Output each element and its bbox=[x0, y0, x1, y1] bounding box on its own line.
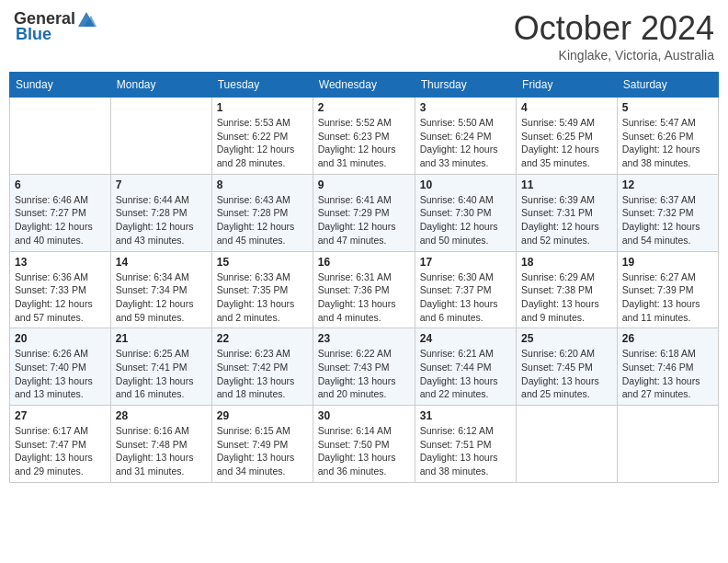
day-number: 9 bbox=[318, 178, 410, 191]
day-detail: Sunrise: 6:21 AMSunset: 7:44 PMDaylight:… bbox=[420, 347, 511, 401]
day-number: 15 bbox=[217, 256, 308, 269]
day-detail: Sunrise: 6:31 AMSunset: 7:36 PMDaylight:… bbox=[318, 270, 410, 325]
day-number: 23 bbox=[318, 332, 410, 345]
day-detail: Sunrise: 6:16 AMSunset: 7:48 PMDaylight:… bbox=[116, 424, 207, 478]
day-number: 12 bbox=[622, 178, 713, 191]
day-detail: Sunrise: 6:41 AMSunset: 7:29 PMDaylight:… bbox=[318, 193, 410, 247]
day-number: 19 bbox=[622, 256, 713, 269]
calendar-cell: 23 Sunrise: 6:22 AMSunset: 7:43 PMDaylig… bbox=[313, 328, 415, 406]
calendar-cell: 25 Sunrise: 6:20 AMSunset: 7:45 PMDaylig… bbox=[517, 328, 618, 406]
calendar-cell: 18 Sunrise: 6:29 AMSunset: 7:38 PMDaylig… bbox=[517, 251, 618, 328]
day-number: 26 bbox=[622, 332, 713, 345]
day-number: 18 bbox=[521, 256, 612, 269]
calendar-cell: 11 Sunrise: 6:39 AMSunset: 7:31 PMDaylig… bbox=[517, 174, 618, 251]
day-header-wednesday: Wednesday bbox=[313, 73, 415, 98]
calendar-cell: 14 Sunrise: 6:34 AMSunset: 7:34 PMDaylig… bbox=[110, 251, 211, 328]
day-number: 10 bbox=[420, 178, 511, 191]
day-number: 25 bbox=[521, 332, 612, 345]
day-number: 14 bbox=[116, 256, 207, 269]
month-title: October 2024 bbox=[514, 9, 714, 48]
calendar-cell: 10 Sunrise: 6:40 AMSunset: 7:30 PMDaylig… bbox=[415, 174, 516, 251]
day-number: 27 bbox=[15, 409, 106, 422]
day-detail: Sunrise: 6:20 AMSunset: 7:45 PMDaylight:… bbox=[521, 347, 612, 401]
day-detail: Sunrise: 6:37 AMSunset: 7:32 PMDaylight:… bbox=[622, 193, 713, 247]
day-number: 28 bbox=[116, 409, 207, 422]
calendar-cell: 26 Sunrise: 6:18 AMSunset: 7:46 PMDaylig… bbox=[617, 328, 718, 406]
calendar-cell: 3 Sunrise: 5:50 AMSunset: 6:24 PMDayligh… bbox=[415, 98, 516, 175]
day-number: 16 bbox=[318, 256, 410, 269]
day-detail: Sunrise: 6:46 AMSunset: 7:27 PMDaylight:… bbox=[15, 193, 106, 247]
calendar-cell: 17 Sunrise: 6:30 AMSunset: 7:37 PMDaylig… bbox=[415, 251, 516, 328]
calendar-cell: 29 Sunrise: 6:15 AMSunset: 7:49 PMDaylig… bbox=[211, 406, 313, 483]
calendar-table: SundayMondayTuesdayWednesdayThursdayFrid… bbox=[9, 72, 719, 483]
day-detail: Sunrise: 5:53 AMSunset: 6:22 PMDaylight:… bbox=[217, 116, 308, 170]
calendar-cell: 9 Sunrise: 6:41 AMSunset: 7:29 PMDayligh… bbox=[313, 174, 415, 251]
day-detail: Sunrise: 6:29 AMSunset: 7:38 PMDaylight:… bbox=[521, 270, 612, 325]
day-number: 11 bbox=[521, 178, 612, 191]
calendar-cell bbox=[10, 98, 111, 175]
day-number: 24 bbox=[420, 332, 511, 345]
day-number: 30 bbox=[318, 409, 410, 422]
calendar-week-row: 1 Sunrise: 5:53 AMSunset: 6:22 PMDayligh… bbox=[10, 98, 719, 175]
day-detail: Sunrise: 6:26 AMSunset: 7:40 PMDaylight:… bbox=[15, 347, 106, 401]
day-detail: Sunrise: 6:23 AMSunset: 7:42 PMDaylight:… bbox=[217, 347, 308, 401]
day-detail: Sunrise: 6:44 AMSunset: 7:28 PMDaylight:… bbox=[116, 193, 207, 247]
location-title: Kinglake, Victoria, Australia bbox=[514, 48, 714, 63]
day-number: 2 bbox=[318, 101, 410, 114]
calendar-cell: 1 Sunrise: 5:53 AMSunset: 6:22 PMDayligh… bbox=[211, 98, 313, 175]
day-number: 17 bbox=[420, 256, 511, 269]
day-detail: Sunrise: 6:30 AMSunset: 7:37 PMDaylight:… bbox=[420, 270, 511, 325]
day-number: 29 bbox=[217, 409, 308, 422]
calendar-cell: 21 Sunrise: 6:25 AMSunset: 7:41 PMDaylig… bbox=[110, 328, 211, 406]
calendar-cell: 7 Sunrise: 6:44 AMSunset: 7:28 PMDayligh… bbox=[110, 174, 211, 251]
day-detail: Sunrise: 5:49 AMSunset: 6:25 PMDaylight:… bbox=[521, 116, 612, 170]
calendar-cell: 15 Sunrise: 6:33 AMSunset: 7:35 PMDaylig… bbox=[211, 251, 313, 328]
day-detail: Sunrise: 6:15 AMSunset: 7:49 PMDaylight:… bbox=[217, 424, 308, 478]
calendar-week-row: 6 Sunrise: 6:46 AMSunset: 7:27 PMDayligh… bbox=[10, 174, 719, 251]
calendar-cell: 24 Sunrise: 6:21 AMSunset: 7:44 PMDaylig… bbox=[415, 328, 516, 406]
day-header-monday: Monday bbox=[110, 73, 211, 98]
calendar-header-row: SundayMondayTuesdayWednesdayThursdayFrid… bbox=[10, 73, 719, 98]
day-number: 13 bbox=[15, 256, 106, 269]
day-number: 3 bbox=[420, 101, 511, 114]
calendar-week-row: 27 Sunrise: 6:17 AMSunset: 7:47 PMDaylig… bbox=[10, 406, 719, 483]
calendar-cell: 16 Sunrise: 6:31 AMSunset: 7:36 PMDaylig… bbox=[313, 251, 415, 328]
calendar-cell: 13 Sunrise: 6:36 AMSunset: 7:33 PMDaylig… bbox=[10, 251, 111, 328]
day-header-sunday: Sunday bbox=[10, 73, 111, 98]
calendar-cell: 30 Sunrise: 6:14 AMSunset: 7:50 PMDaylig… bbox=[313, 406, 415, 483]
day-number: 8 bbox=[217, 178, 308, 191]
calendar-cell: 6 Sunrise: 6:46 AMSunset: 7:27 PMDayligh… bbox=[10, 174, 111, 251]
day-detail: Sunrise: 6:12 AMSunset: 7:51 PMDaylight:… bbox=[420, 424, 511, 478]
day-number: 22 bbox=[217, 332, 308, 345]
day-number: 7 bbox=[116, 178, 207, 191]
day-header-saturday: Saturday bbox=[617, 73, 718, 98]
day-number: 1 bbox=[217, 101, 308, 114]
calendar-week-row: 13 Sunrise: 6:36 AMSunset: 7:33 PMDaylig… bbox=[10, 251, 719, 328]
day-header-tuesday: Tuesday bbox=[211, 73, 313, 98]
day-header-friday: Friday bbox=[517, 73, 618, 98]
day-detail: Sunrise: 6:14 AMSunset: 7:50 PMDaylight:… bbox=[318, 424, 410, 478]
day-number: 4 bbox=[521, 101, 612, 114]
logo-blue: Blue bbox=[16, 25, 51, 44]
calendar-cell bbox=[617, 406, 718, 483]
day-detail: Sunrise: 6:40 AMSunset: 7:30 PMDaylight:… bbox=[420, 193, 511, 247]
calendar-cell: 2 Sunrise: 5:52 AMSunset: 6:23 PMDayligh… bbox=[313, 98, 415, 175]
calendar-cell: 4 Sunrise: 5:49 AMSunset: 6:25 PMDayligh… bbox=[517, 98, 618, 175]
day-header-thursday: Thursday bbox=[415, 73, 516, 98]
day-number: 21 bbox=[116, 332, 207, 345]
calendar-cell bbox=[517, 406, 618, 483]
title-block: October 2024 Kinglake, Victoria, Austral… bbox=[514, 9, 714, 63]
calendar-cell: 20 Sunrise: 6:26 AMSunset: 7:40 PMDaylig… bbox=[10, 328, 111, 406]
calendar-cell bbox=[110, 98, 211, 175]
day-detail: Sunrise: 5:47 AMSunset: 6:26 PMDaylight:… bbox=[622, 116, 713, 170]
day-number: 6 bbox=[15, 178, 106, 191]
logo: General Blue bbox=[14, 9, 97, 44]
calendar-cell: 5 Sunrise: 5:47 AMSunset: 6:26 PMDayligh… bbox=[617, 98, 718, 175]
calendar-cell: 31 Sunrise: 6:12 AMSunset: 7:51 PMDaylig… bbox=[415, 406, 516, 483]
day-detail: Sunrise: 6:36 AMSunset: 7:33 PMDaylight:… bbox=[15, 270, 106, 325]
day-number: 20 bbox=[15, 332, 106, 345]
day-detail: Sunrise: 5:52 AMSunset: 6:23 PMDaylight:… bbox=[318, 116, 410, 170]
calendar-week-row: 20 Sunrise: 6:26 AMSunset: 7:40 PMDaylig… bbox=[10, 328, 719, 406]
calendar-cell: 22 Sunrise: 6:23 AMSunset: 7:42 PMDaylig… bbox=[211, 328, 313, 406]
day-detail: Sunrise: 6:27 AMSunset: 7:39 PMDaylight:… bbox=[622, 270, 713, 325]
